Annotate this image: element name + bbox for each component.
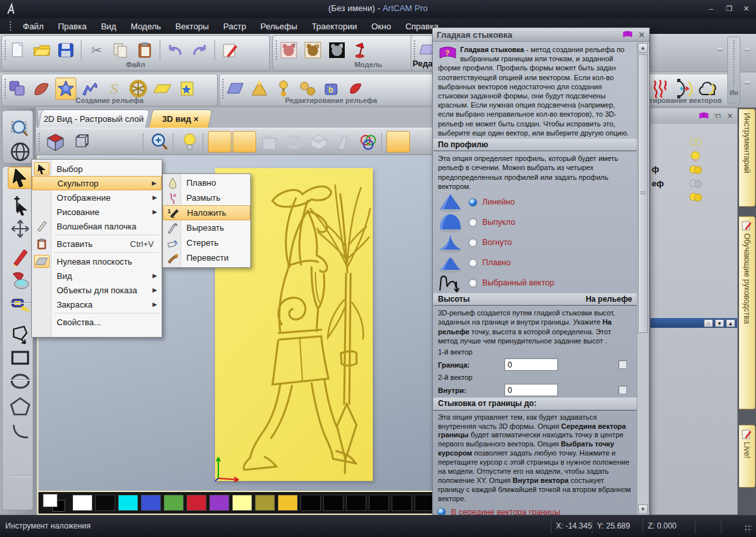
menu-item-выбор[interactable]: Выбор — [32, 162, 162, 176]
radio-unselected[interactable] — [469, 259, 477, 267]
palette-swatch-9[interactable] — [278, 495, 298, 511]
border-height-checkbox[interactable] — [618, 360, 627, 369]
overflow-chevron[interactable]: »» — [744, 79, 749, 85]
bulb-double-icon[interactable] — [688, 192, 705, 203]
tool-new-document[interactable] — [7, 39, 28, 61]
view-tool-block-ghost[interactable] — [307, 131, 330, 152]
palette-swatch-4[interactable] — [164, 495, 184, 511]
profile-option-выпукло[interactable]: Выпукло — [433, 212, 637, 233]
tool-zoom-marquee[interactable] — [8, 117, 33, 139]
tool-model-bear-dark[interactable]: T — [327, 39, 347, 61]
menu-item-нулевая-плоскость[interactable]: Нулевая плоскость — [32, 254, 162, 268]
home-button[interactable]: ⌂ — [704, 319, 713, 327]
side-tab-обучающие-руководства[interactable]: Обучающие руководства — [739, 216, 755, 409]
group-drag-handle[interactable] — [413, 40, 416, 61]
palette-swatch-11[interactable] — [323, 495, 343, 511]
tool-cut[interactable]: ✂ — [86, 39, 107, 61]
palette-swatch-10[interactable] — [300, 495, 321, 511]
view-tool-chisel-ghost[interactable] — [332, 131, 355, 152]
menu-item-скульптор[interactable]: Скульптор▶ — [32, 176, 162, 190]
palette-swatch-6[interactable] — [209, 495, 229, 511]
collapsed-toolbar-strip[interactable]: Ин — [727, 36, 740, 104]
dialog-scrollbar[interactable]: ▲ ▼ — [637, 42, 648, 515]
tool-undo[interactable] — [165, 39, 186, 61]
palette-swatch-3[interactable] — [141, 495, 161, 511]
menu-item-вставить[interactable]: ВставитьCtrl+V — [32, 237, 162, 251]
bulb-double-icon[interactable] — [688, 164, 705, 176]
submenu-item-наложить[interactable]: 12Наложить — [163, 205, 250, 220]
tool-cursor-big[interactable] — [8, 167, 33, 189]
tool-save[interactable] — [55, 39, 76, 61]
scroll-down-arrow[interactable]: ▼ — [638, 504, 648, 514]
dialog-help-book-icon[interactable] — [622, 31, 633, 38]
radio-unselected[interactable] — [469, 218, 477, 227]
submenu-item-плавно[interactable]: Плавно — [163, 175, 250, 190]
profile-option-линейно[interactable]: Линейно — [433, 192, 637, 212]
radio-selected[interactable] — [469, 198, 477, 207]
panel-close-icon[interactable]: ✕ — [727, 111, 733, 121]
profile-option-вогнуто[interactable]: Вогнуто — [433, 233, 637, 253]
overflow-chevron[interactable]: »» — [717, 46, 722, 52]
tool-pen-path[interactable] — [8, 323, 33, 345]
resize-grip[interactable] — [744, 525, 752, 532]
collapse-up-button[interactable]: ▲ — [726, 319, 735, 327]
expand-down-button[interactable]: ▼ — [715, 319, 724, 327]
tool-ellipse-tool[interactable] — [8, 370, 33, 392]
radio-unselected[interactable] — [469, 239, 477, 247]
submenu-item-стереть[interactable]: Стереть — [163, 235, 250, 250]
menu-Растр[interactable]: Растр — [216, 20, 253, 33]
submenu-item-размыть[interactable]: Размыть — [163, 190, 250, 205]
bulb-ghost-icon[interactable] — [688, 137, 705, 149]
menu-item-вид[interactable]: Вид▶ — [32, 268, 162, 283]
palette-swatch-8[interactable] — [255, 495, 275, 511]
scrollbar-thumb[interactable] — [638, 54, 648, 333]
side-tab-live-[interactable]: Live! — [739, 425, 755, 487]
scroll-up-arrow[interactable]: ▲ — [638, 43, 648, 53]
view-tool-cube-wire3[interactable] — [118, 131, 141, 152]
inner-height-checkbox[interactable] — [618, 386, 627, 394]
primary-color-swatch[interactable] — [43, 494, 57, 507]
view-tool-cube-wire2[interactable] — [93, 131, 117, 152]
view-tool-cube-wire[interactable] — [68, 131, 92, 152]
view-tool-plane-grey[interactable] — [208, 131, 231, 152]
dialog-title-bar[interactable]: Гладкая стыковка ✕ — [433, 28, 649, 42]
menu-Векторы[interactable]: Векторы — [168, 20, 216, 33]
menu-item-закраска[interactable]: Закраска▶ — [32, 297, 162, 312]
palette-swatch-12[interactable] — [346, 495, 366, 511]
profile-option-выбранный-вектор[interactable]: Выбранный вектор — [433, 273, 637, 293]
view-tool-puzzle-ghost[interactable] — [257, 131, 281, 152]
menu-Файл[interactable]: Файл — [16, 20, 51, 33]
tool-paste[interactable] — [134, 39, 155, 61]
blend-option-center[interactable]: В середине вектора границы — [433, 505, 637, 515]
menu-item-волшебная-палочка[interactable]: Волшебная палочка — [32, 219, 162, 233]
palette-swatch-7[interactable] — [232, 495, 252, 511]
tool-notes[interactable] — [220, 39, 240, 61]
bulb-grey-icon[interactable] — [688, 178, 705, 190]
menu-Правка[interactable]: Правка — [51, 20, 94, 33]
tool-arc-tool[interactable] — [8, 420, 33, 442]
menu-item-объекты-для-показа[interactable]: Объекты для показа▶ — [32, 283, 162, 297]
view-tool-cube-solid[interactable] — [44, 131, 67, 152]
tool-copy[interactable] — [110, 39, 131, 61]
menu-Окно[interactable]: Окно — [364, 20, 398, 33]
menu-item-свойства-[interactable]: Свойства... — [32, 315, 162, 329]
submenu-item-вырезать[interactable]: Вырезать — [163, 220, 250, 235]
view-tool-bulb[interactable] — [178, 131, 201, 152]
minimize-button[interactable]: – — [703, 4, 720, 14]
palette-swatch-13[interactable] — [369, 495, 389, 511]
close-button[interactable]: ✕ — [738, 4, 755, 14]
view-tool-venn[interactable] — [356, 131, 380, 152]
view-toolbar-handle[interactable] — [38, 132, 40, 152]
view-tool-ring-ghost[interactable] — [282, 131, 306, 152]
menu-item-рисование[interactable]: Рисование▶ — [32, 205, 162, 219]
tool-model-bear-brown[interactable]: T — [302, 39, 323, 61]
tab-3d-view[interactable]: 3D вид × — [149, 109, 212, 128]
tool-pentagon-tool[interactable] — [8, 395, 33, 417]
tool-open-folder[interactable] — [31, 39, 52, 61]
tool-sander[interactable] — [8, 293, 33, 315]
menu-item-отображение[interactable]: Отображение▶ — [32, 190, 162, 205]
palette-swatch-5[interactable] — [186, 495, 207, 511]
profile-option-плавно[interactable]: Плавно — [433, 253, 637, 273]
help-book-icon[interactable] — [699, 112, 709, 120]
group-drag-handle[interactable] — [275, 40, 278, 61]
